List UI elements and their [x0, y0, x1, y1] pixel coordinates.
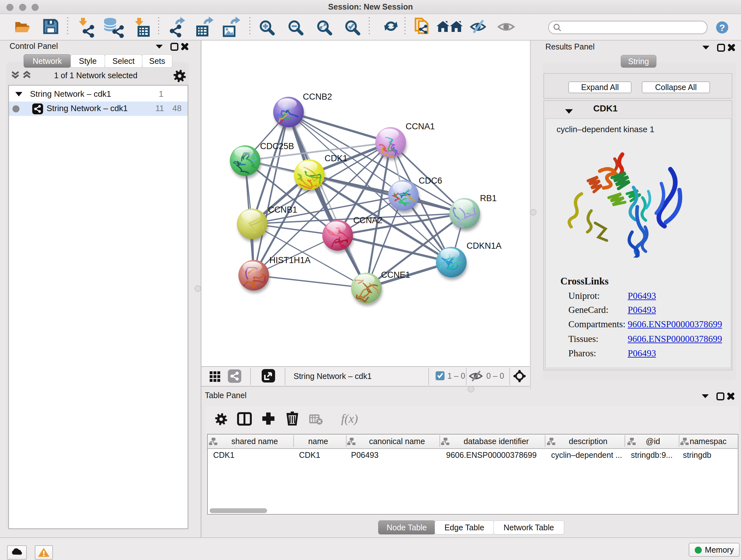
- svg-text:?: ?: [719, 22, 725, 33]
- svg-text:HIST1H1A: HIST1H1A: [269, 255, 311, 265]
- svg-text:RB1: RB1: [480, 193, 497, 203]
- svg-text:CDK1: CDK1: [325, 153, 347, 163]
- svg-text:CDKN1A: CDKN1A: [467, 241, 502, 251]
- svg-text:f(x): f(x): [341, 412, 358, 426]
- svg-text:shared name: shared name: [231, 437, 278, 446]
- svg-text:CCNA1: CCNA1: [406, 122, 435, 131]
- svg-text:CCNA2: CCNA2: [353, 215, 383, 225]
- svg-text:CDC6: CDC6: [419, 176, 442, 186]
- svg-text:name: name: [308, 437, 328, 446]
- svg-text:1 – 0: 1 – 0: [448, 371, 465, 380]
- svg-text:namespac: namespac: [690, 437, 726, 446]
- svg-text:CDC25B: CDC25B: [260, 141, 294, 151]
- svg-text:canonical name: canonical name: [369, 437, 425, 446]
- svg-text:CCNB1: CCNB1: [268, 205, 297, 214]
- svg-text:0 – 0: 0 – 0: [486, 371, 504, 380]
- svg-text:CCNE1: CCNE1: [381, 270, 410, 280]
- svg-text:database identifier: database identifier: [464, 437, 529, 446]
- svg-text:@id: @id: [646, 437, 660, 446]
- svg-text:description: description: [569, 437, 608, 446]
- svg-text:String Network – cdk1: String Network – cdk1: [293, 372, 372, 381]
- svg-text:CCNB2: CCNB2: [303, 92, 332, 102]
